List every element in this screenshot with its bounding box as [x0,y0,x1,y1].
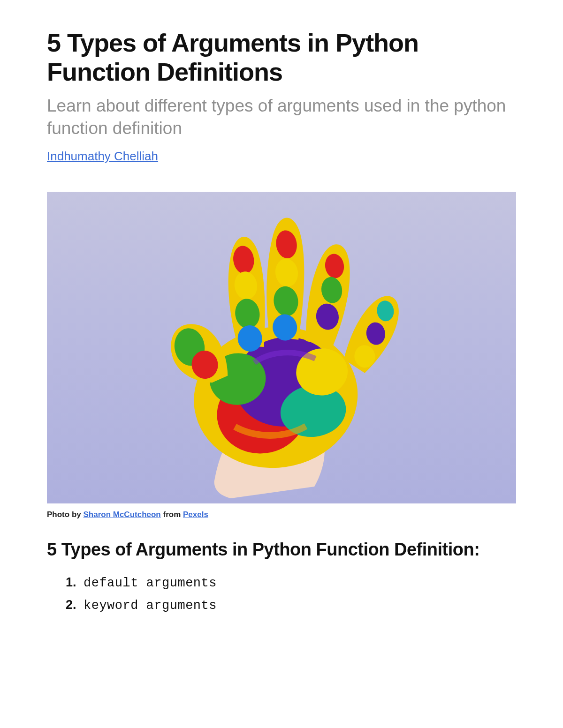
section-heading: 5 Types of Arguments in Python Function … [47,539,516,561]
photo-source-link[interactable]: Pexels [183,510,208,519]
list-item: default arguments [80,572,516,594]
caption-prefix: Photo by [47,510,83,519]
argument-types-list: default arguments keyword arguments [47,572,516,617]
article-title: 5 Types of Arguments in Python Function … [47,28,516,86]
image-caption: Photo by Sharon McCutcheon from Pexels [47,510,516,519]
hero-image [47,192,516,503]
article-subtitle: Learn about different types of arguments… [47,95,516,140]
photo-credit-link[interactable]: Sharon McCutcheon [83,510,160,519]
author-link[interactable]: Indhumathy Chelliah [47,149,158,164]
list-item: keyword arguments [80,594,516,617]
painted-hand-illustration [94,192,469,503]
caption-mid: from [161,510,183,519]
